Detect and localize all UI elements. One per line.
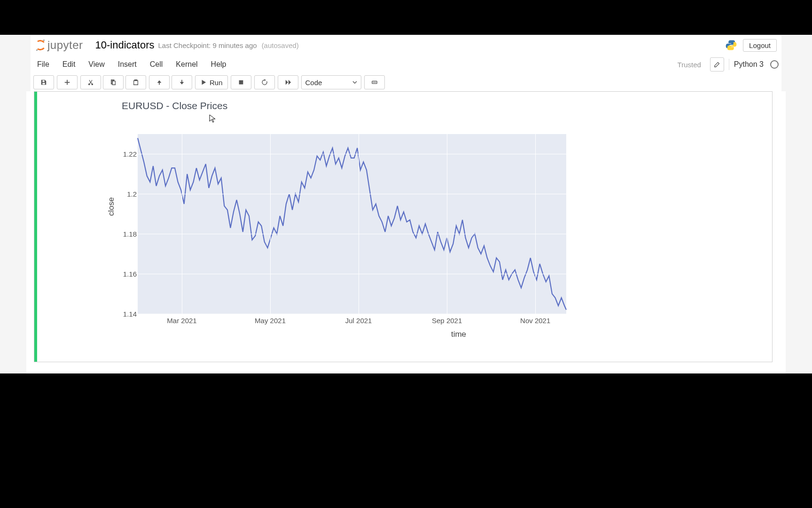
trusted-indicator[interactable]: Trusted bbox=[673, 59, 705, 71]
cell-type-select[interactable]: Code bbox=[301, 75, 361, 89]
svg-rect-3 bbox=[374, 82, 375, 83]
insert-cell-button[interactable] bbox=[57, 75, 78, 89]
copy-button[interactable] bbox=[103, 75, 124, 89]
chevron-down-icon bbox=[352, 80, 357, 85]
jupyter-page: jupyter 10-indicators Last Checkpoint: 9… bbox=[0, 35, 812, 373]
jupyter-logo[interactable]: jupyter bbox=[35, 39, 83, 52]
cut-button[interactable] bbox=[80, 75, 101, 89]
y-axis-label: close bbox=[107, 197, 116, 216]
python-kernel-icon bbox=[725, 39, 737, 51]
restart-run-all-button[interactable] bbox=[278, 75, 298, 89]
divider bbox=[729, 59, 729, 70]
toolbar: Run Code bbox=[31, 73, 781, 92]
menu-edit[interactable]: Edit bbox=[56, 56, 82, 73]
x-tick-label: Jul 2021 bbox=[345, 317, 372, 325]
notebook-body: EURUSD - Close Prices 1.141.161.181.21.2… bbox=[26, 91, 786, 373]
code-cell[interactable]: EURUSD - Close Prices 1.141.161.181.21.2… bbox=[34, 91, 773, 362]
kernel-name[interactable]: Python 3 bbox=[734, 60, 764, 69]
y-tick-label: 1.22 bbox=[113, 150, 137, 158]
menu-bar: File Edit View Insert Cell Kernel Help T… bbox=[31, 56, 781, 74]
menu-kernel[interactable]: Kernel bbox=[169, 56, 204, 73]
svg-rect-0 bbox=[239, 80, 243, 85]
y-tick-label: 1.2 bbox=[113, 190, 137, 198]
x-tick-label: Nov 2021 bbox=[520, 317, 550, 325]
menu-file[interactable]: File bbox=[31, 56, 56, 73]
chart-plot-area[interactable] bbox=[138, 134, 566, 314]
x-tick-label: May 2021 bbox=[255, 317, 286, 325]
mouse-cursor-icon bbox=[209, 114, 216, 124]
chart-title: EURUSD - Close Prices bbox=[122, 100, 227, 111]
move-up-button[interactable] bbox=[149, 75, 170, 89]
interrupt-button[interactable] bbox=[231, 75, 251, 89]
run-button[interactable]: Run bbox=[195, 75, 228, 89]
save-button[interactable] bbox=[33, 75, 54, 89]
y-tick-label: 1.16 bbox=[113, 270, 137, 278]
notebook-header: jupyter 10-indicators Last Checkpoint: 9… bbox=[31, 35, 781, 56]
y-tick-label: 1.18 bbox=[113, 230, 137, 238]
restart-button[interactable] bbox=[254, 75, 275, 89]
logout-button[interactable]: Logout bbox=[743, 39, 777, 52]
notebook-title[interactable]: 10-indicators bbox=[95, 39, 155, 51]
x-axis-label: time bbox=[37, 330, 772, 339]
y-tick-label: 1.14 bbox=[113, 310, 137, 318]
line-series bbox=[138, 134, 566, 314]
checkpoint-text: Last Checkpoint: 9 minutes ago bbox=[158, 41, 257, 49]
menu-help[interactable]: Help bbox=[204, 56, 233, 73]
kernel-idle-icon bbox=[770, 60, 779, 69]
svg-rect-4 bbox=[375, 82, 376, 83]
jupyter-logo-icon bbox=[35, 40, 46, 50]
cell-type-value: Code bbox=[305, 79, 322, 87]
jupyter-logo-text: jupyter bbox=[47, 39, 83, 52]
paste-button[interactable] bbox=[125, 75, 146, 89]
run-button-label: Run bbox=[210, 79, 223, 87]
x-tick-label: Mar 2021 bbox=[167, 317, 196, 325]
menu-cell[interactable]: Cell bbox=[143, 56, 170, 73]
x-tick-label: Sep 2021 bbox=[432, 317, 462, 325]
menu-insert[interactable]: Insert bbox=[111, 56, 143, 73]
command-palette-button[interactable] bbox=[364, 75, 385, 89]
svg-rect-2 bbox=[373, 82, 374, 83]
edit-mode-icon[interactable] bbox=[710, 57, 724, 71]
autosaved-text: (autosaved) bbox=[262, 41, 299, 49]
cell-output: EURUSD - Close Prices 1.141.161.181.21.2… bbox=[37, 92, 772, 362]
menu-view[interactable]: View bbox=[82, 56, 111, 73]
move-down-button[interactable] bbox=[172, 75, 192, 89]
